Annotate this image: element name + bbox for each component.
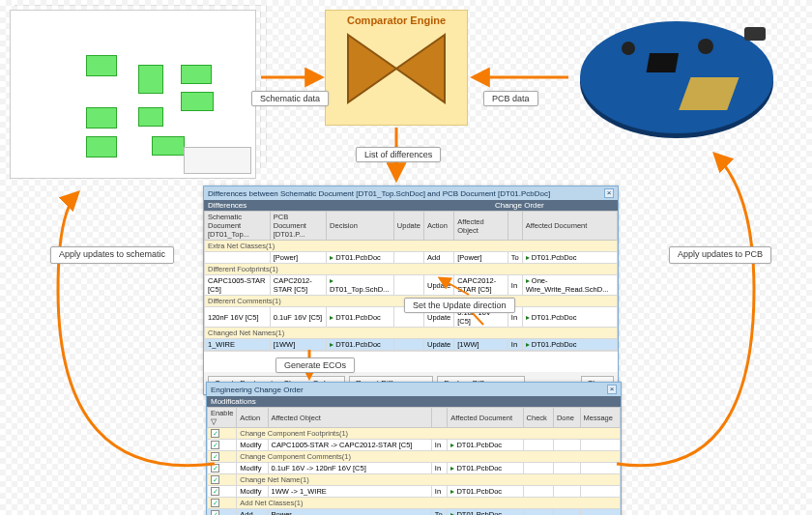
table-row[interactable]: Modify 1WW -> 1_WIRE In DT01.PcbDoc [208,486,621,498]
differences-dialog: Differences between Schematic Document [… [203,186,619,395]
table-row[interactable]: CAPC1005-STAR [C5] CAPC2012-STAR [C5] DT… [205,275,618,296]
generate-ecos-label: Generate ECOs [276,358,355,373]
table-row[interactable]: Modify 0.1uF 16V -> 120nF 16V [C5] In DT… [208,463,621,474]
close-icon[interactable]: × [604,188,614,198]
group-row[interactable]: Different Footprints(1) [205,264,618,275]
col-affected-doc[interactable]: Affected Document [522,212,617,241]
pane-differences: Differences [208,201,425,210]
pcb-board [570,10,783,145]
checkbox[interactable] [211,464,219,472]
group-row[interactable]: Add Net Classes(1) [208,498,621,509]
list-of-diffs-label: List of differences [356,147,441,162]
svg-point-5 [622,42,635,55]
checkbox[interactable] [211,429,219,438]
checkbox[interactable] [211,487,219,496]
svg-point-3 [580,21,773,133]
close-icon[interactable]: × [607,385,617,394]
group-row[interactable]: Change Net Name(1) [208,474,621,486]
bowtie-icon [326,30,467,107]
schematic-data-label: Schematic data [251,91,329,106]
apply-to-schematic-label: Apply updates to schematic [50,246,174,264]
col-affected-doc[interactable]: Affected Document [448,408,523,428]
group-row[interactable]: Change Component Footprints(1) [208,428,621,440]
svg-rect-8 [744,27,766,41]
col-decision[interactable]: Decision [327,212,394,241]
checkbox[interactable] [211,441,219,449]
checkbox[interactable] [211,475,219,484]
svg-marker-1 [396,35,445,102]
table-row[interactable]: [Power] DT01.PcbDoc Add [Power] To DT01.… [205,252,618,264]
pcb-data-label: PCB data [483,91,538,106]
col-affected-obj[interactable]: Affected Object [454,212,508,241]
group-row[interactable]: Change Component Comments(1) [208,451,621,463]
pane-change-order: Change Order [425,201,614,210]
svg-rect-7 [647,53,680,72]
comparator-title: Comparator Engine [326,14,467,26]
set-update-direction-label: Set the Update direction [404,298,515,313]
col-affected-obj[interactable]: Affected Object [268,408,431,428]
svg-marker-0 [348,35,396,102]
eco-section-label: Modifications [211,397,256,406]
differences-dialog-title: Differences between Schematic Document [… [208,189,550,198]
table-row[interactable]: 1_WIRE [1WW] DT01.PcbDoc Update [1WW] In… [205,339,618,351]
col-check[interactable]: Check [523,408,553,428]
apply-to-pcb-label: Apply updates to PCB [669,246,771,264]
checkbox[interactable] [211,499,219,507]
comparator-engine: Comparator Engine [325,10,468,126]
col-update[interactable]: Update [393,212,423,241]
table-row[interactable]: Modify CAPC1005-STAR -> CAPC2012-STAR [C… [208,440,621,451]
col-done[interactable]: Done [553,408,580,428]
eco-grid[interactable]: Enable ▽ Action Affected Object Affected… [207,407,621,515]
differences-grid[interactable]: Schematic Document [DT01_Top... PCB Docu… [204,211,618,351]
eco-dialog: Engineering Change Order × Modifications… [206,382,622,515]
col-sch-doc[interactable]: Schematic Document [DT01_Top... [205,212,271,241]
table-row[interactable]: Add Power To DT01.PcbDoc [208,509,621,516]
checkbox[interactable] [211,452,219,461]
checkbox[interactable] [211,510,219,515]
col-message[interactable]: Message [580,408,621,428]
eco-dialog-title: Engineering Change Order [211,386,304,394]
col-pcb-doc[interactable]: PCB Document [DT01.P... [270,212,326,241]
group-row[interactable]: Changed Net Names(1) [205,328,618,339]
col-action[interactable]: Action [424,212,454,241]
col-action[interactable]: Action [237,408,268,428]
group-row[interactable]: Extra Net Classes(1) [205,241,618,252]
svg-point-6 [698,39,713,54]
schematic-document [10,10,256,179]
